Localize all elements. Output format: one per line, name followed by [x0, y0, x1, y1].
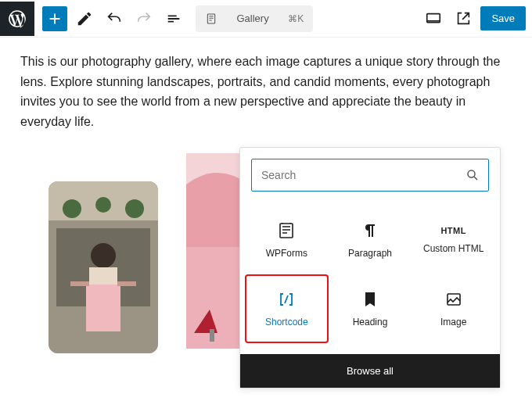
html-icon: HTML [440, 226, 466, 235]
block-inserter-panel: WPForms Paragraph HTML Custom HTML Short… [239, 147, 501, 388]
redo-button[interactable] [131, 6, 156, 31]
svg-rect-17 [280, 224, 293, 238]
image-icon [444, 290, 463, 309]
bookmark-icon [361, 290, 379, 309]
pencil-icon [76, 10, 93, 27]
edit-mode-button[interactable] [72, 6, 97, 31]
search-wrap [240, 148, 500, 202]
search-icon [466, 168, 480, 182]
photo-placeholder-icon [49, 181, 158, 353]
paragraph-icon [361, 221, 379, 240]
intro-paragraph: This is our photography gallery, where e… [20, 52, 512, 131]
svg-point-5 [91, 243, 116, 268]
command-shortcut: ⌘K [288, 13, 304, 24]
svg-rect-6 [89, 267, 117, 285]
page-content[interactable]: This is our photography gallery, where e… [0, 38, 532, 145]
document-title-bar[interactable]: Gallery ⌘K [196, 5, 313, 32]
svg-rect-7 [86, 285, 120, 331]
shortcode-icon [277, 290, 296, 309]
svg-point-12 [95, 197, 111, 213]
block-label: Paragraph [348, 248, 392, 259]
block-search-input[interactable] [251, 159, 489, 192]
external-link-button[interactable] [451, 6, 476, 31]
gallery-image-1[interactable] [49, 181, 158, 353]
add-block-button[interactable] [42, 6, 67, 31]
form-icon [277, 221, 296, 240]
svg-rect-15 [210, 329, 214, 342]
save-button[interactable]: Save [480, 6, 526, 30]
svg-rect-8 [70, 281, 89, 286]
block-label: Image [440, 317, 466, 328]
block-label: Custom HTML [423, 243, 483, 254]
wordpress-icon [7, 9, 27, 29]
undo-button[interactable] [102, 6, 127, 31]
plus-icon [46, 10, 63, 27]
editor-toolbar: Gallery ⌘K Save [0, 0, 532, 38]
block-grid: WPForms Paragraph HTML Custom HTML Short… [240, 202, 500, 354]
block-label: Shortcode [265, 317, 308, 328]
block-image[interactable]: Image [412, 274, 495, 343]
svg-rect-9 [117, 281, 136, 286]
undo-icon [106, 10, 123, 27]
svg-point-11 [125, 199, 144, 218]
external-icon [455, 10, 472, 27]
block-wpforms[interactable]: WPForms [245, 206, 329, 274]
document-title: Gallery [224, 13, 282, 24]
view-button[interactable] [421, 6, 446, 31]
list-icon [165, 10, 182, 27]
block-paragraph[interactable]: Paragraph [329, 206, 412, 274]
svg-point-16 [468, 170, 475, 177]
block-heading[interactable]: Heading [329, 274, 412, 343]
page-icon [205, 13, 217, 25]
block-label: WPForms [266, 248, 307, 259]
document-overview-button[interactable] [161, 6, 186, 31]
svg-point-10 [63, 199, 81, 218]
browse-all-button[interactable]: Browse all [240, 354, 500, 388]
wordpress-logo[interactable] [0, 2, 34, 36]
block-label: Heading [353, 317, 388, 328]
block-shortcode[interactable]: Shortcode [245, 274, 329, 343]
desktop-icon [425, 10, 442, 27]
redo-icon [135, 10, 153, 27]
svg-rect-0 [207, 14, 214, 23]
block-custom-html[interactable]: HTML Custom HTML [412, 206, 495, 274]
